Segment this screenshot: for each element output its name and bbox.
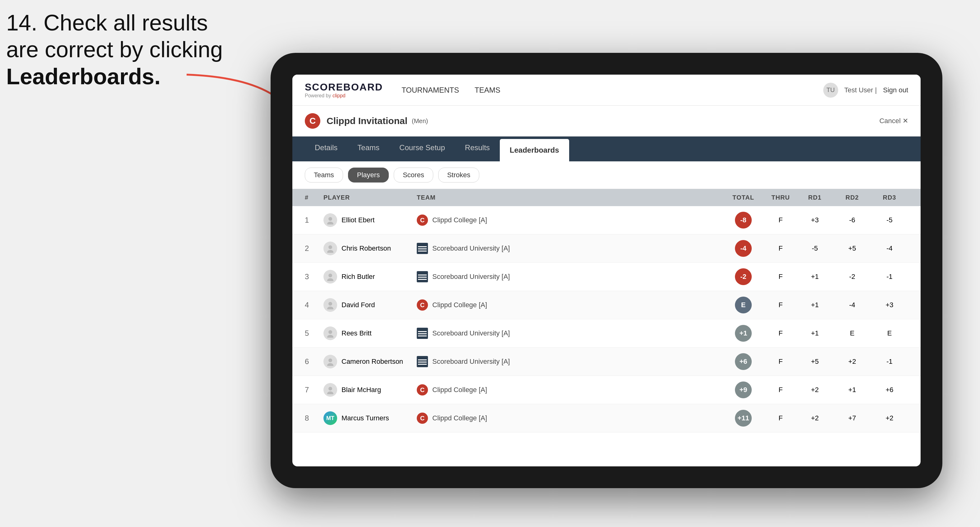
instruction-line1: 14. Check all results xyxy=(6,10,208,35)
total-cell: +11 xyxy=(722,410,765,427)
tournament-title: Clippd Invitational xyxy=(326,116,407,126)
rd1-value: +2 xyxy=(796,414,834,422)
team-cell: C Clippd College [A] xyxy=(417,384,722,395)
tab-course-setup[interactable]: Course Setup xyxy=(390,137,455,161)
tab-teams[interactable]: Teams xyxy=(347,137,390,161)
top-nav: SCOREBOARD Powered by clippd TOURNAMENTS… xyxy=(292,75,921,106)
table-row: 5 Rees Britt Scoreboard University [A] +… xyxy=(292,319,921,348)
thru-value: F xyxy=(765,414,796,422)
total-cell: -2 xyxy=(722,268,765,285)
table-body: 1 Elliot Ebert C Clippd College [A] -8 F… xyxy=(292,206,921,432)
table-row: 2 Chris Robertson Scoreboard University … xyxy=(292,235,921,263)
player-avatar xyxy=(323,213,337,227)
player-cell: Rich Butler xyxy=(323,270,417,284)
nav-tournaments[interactable]: TOURNAMENTS xyxy=(401,86,459,95)
rd1-value: +2 xyxy=(796,386,834,394)
total-cell: +9 xyxy=(722,381,765,398)
thru-value: F xyxy=(765,216,796,224)
filter-strokes[interactable]: Strokes xyxy=(438,168,480,183)
tournament-logo: C xyxy=(305,113,320,129)
rank-number: 8 xyxy=(305,414,323,422)
svg-point-2 xyxy=(327,222,333,224)
rank-number: 3 xyxy=(305,272,323,281)
score-badge: +1 xyxy=(735,325,752,342)
nav-teams[interactable]: TEAMS xyxy=(475,86,500,95)
rd1-value: +3 xyxy=(796,216,834,224)
filter-teams[interactable]: Teams xyxy=(305,168,343,183)
rd1-value: +1 xyxy=(796,329,834,337)
filter-scores[interactable]: Scores xyxy=(394,168,433,183)
cancel-button[interactable]: Cancel ✕ xyxy=(879,117,908,125)
player-avatar xyxy=(323,241,337,255)
rd3-value: +6 xyxy=(871,386,908,394)
team-cell: C Clippd College [A] xyxy=(417,413,722,424)
table-row: 1 Elliot Ebert C Clippd College [A] -8 F… xyxy=(292,206,921,235)
player-name: Rees Britt xyxy=(342,329,372,337)
tab-results[interactable]: Results xyxy=(455,137,500,161)
instruction-line3: Leaderboards. xyxy=(6,64,161,89)
tablet-frame: SCOREBOARD Powered by clippd TOURNAMENTS… xyxy=(270,53,942,488)
rd1-value: +1 xyxy=(796,273,834,281)
svg-point-4 xyxy=(327,250,333,253)
tournament-header: C Clippd Invitational (Men) Cancel ✕ xyxy=(292,106,921,137)
user-name: Test User | xyxy=(845,86,877,94)
player-name: Cameron Robertson xyxy=(342,357,403,366)
player-cell: Chris Robertson xyxy=(323,241,417,255)
svg-point-8 xyxy=(327,306,333,310)
rd1-value: +1 xyxy=(796,301,834,309)
rd1-value: +5 xyxy=(796,357,834,366)
player-avatar xyxy=(323,270,337,284)
rd2-value: E xyxy=(834,329,871,337)
table-row: 4 David Ford C Clippd College [A] E F +1… xyxy=(292,291,921,319)
tab-details[interactable]: Details xyxy=(305,137,347,161)
filter-bar: Teams Players Scores Strokes xyxy=(292,161,921,189)
svg-point-6 xyxy=(327,278,333,281)
player-name: Blair McHarg xyxy=(342,386,381,394)
thru-value: F xyxy=(765,244,796,252)
rank-number: 6 xyxy=(305,357,323,366)
score-badge: -2 xyxy=(735,268,752,285)
player-name: Marcus Turners xyxy=(342,414,389,422)
table-row: 8 MT Marcus Turners C Clippd College [A]… xyxy=(292,404,921,432)
thru-value: F xyxy=(765,301,796,309)
table-row: 3 Rich Butler Scoreboard University [A] … xyxy=(292,263,921,291)
tournament-badge: (Men) xyxy=(412,117,428,125)
instruction-text: 14. Check all results are correct by cli… xyxy=(6,10,223,90)
rd2-value: +1 xyxy=(834,386,871,394)
svg-point-14 xyxy=(327,391,333,394)
rank-number: 5 xyxy=(305,329,323,338)
team-cell: C Clippd College [A] xyxy=(417,299,722,311)
rank-number: 7 xyxy=(305,386,323,394)
user-avatar: TU xyxy=(823,83,838,98)
rd2-value: +5 xyxy=(834,244,871,252)
rd2-value: -2 xyxy=(834,273,871,281)
rd2-value: +2 xyxy=(834,357,871,366)
rd2-value: -4 xyxy=(834,301,871,309)
rd3-value: E xyxy=(871,329,908,337)
rd1-value: -5 xyxy=(796,244,834,252)
player-cell: Blair McHarg xyxy=(323,383,417,397)
svg-point-12 xyxy=(327,363,333,366)
team-name: Clippd College [A] xyxy=(432,301,487,309)
rd3-value: -1 xyxy=(871,357,908,366)
nav-links: TOURNAMENTS TEAMS xyxy=(401,86,823,95)
tablet-screen: SCOREBOARD Powered by clippd TOURNAMENTS… xyxy=(292,75,921,467)
rd3-value: -1 xyxy=(871,273,908,281)
instruction-line2: are correct by clicking xyxy=(6,37,223,62)
filter-players[interactable]: Players xyxy=(348,168,389,183)
player-cell: MT Marcus Turners xyxy=(323,411,417,425)
nav-right: TU Test User | Sign out xyxy=(823,83,908,98)
total-cell: -4 xyxy=(722,240,765,257)
team-cell: Scoreboard University [A] xyxy=(417,356,722,367)
sign-out-link[interactable]: Sign out xyxy=(883,86,908,94)
rd3-value: +2 xyxy=(871,414,908,422)
player-cell: Rees Britt xyxy=(323,327,417,340)
total-cell: +1 xyxy=(722,325,765,342)
player-cell: David Ford xyxy=(323,298,417,312)
sub-nav: Details Teams Course Setup Results Leade… xyxy=(292,137,921,161)
thru-value: F xyxy=(765,357,796,366)
total-cell: E xyxy=(722,297,765,313)
team-name: Scoreboard University [A] xyxy=(432,244,510,252)
svg-point-5 xyxy=(328,274,332,277)
tab-leaderboards[interactable]: Leaderboards xyxy=(500,139,569,161)
